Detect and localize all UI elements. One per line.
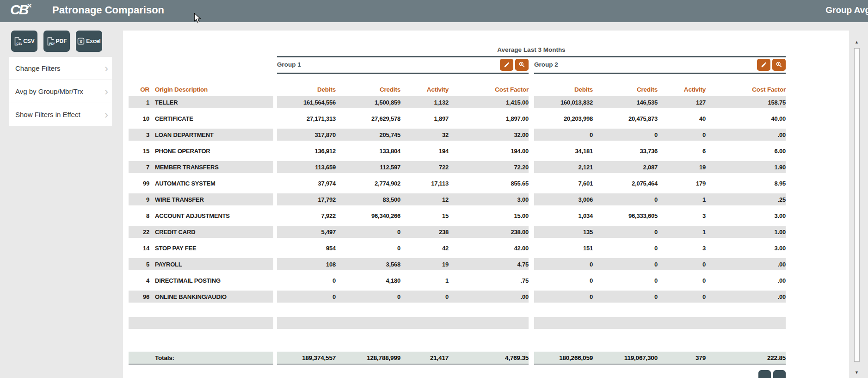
- metric-value: 32.00: [449, 131, 529, 138]
- origin-code: 14: [129, 245, 149, 252]
- metric-value: 1,897.00: [449, 115, 529, 122]
- column-header-cost-factor: Cost Factor: [706, 86, 786, 93]
- metric-value: 0: [336, 245, 400, 252]
- metric-value: .00: [706, 293, 786, 300]
- svg-text:CSV: CSV: [17, 42, 22, 45]
- metric-value: 32: [400, 131, 449, 138]
- zoom-in-icon: [776, 61, 782, 68]
- group1-zoom-button[interactable]: [515, 59, 529, 71]
- metric-value: 96,340,266: [336, 212, 400, 219]
- origin-code: 10: [129, 115, 149, 122]
- table-row: 22CREDIT CARD5,4970238238.00135011.00: [129, 226, 786, 238]
- metric-value: 161,564,556: [277, 99, 336, 106]
- origin-description: ONLINE BANKING/AUDIO: [149, 293, 273, 300]
- table-row: 14STOP PAY FEE95404242.00151033.00: [129, 242, 786, 254]
- metric-value: 1.90: [706, 164, 786, 171]
- origin-code: 5: [129, 261, 149, 268]
- scroll-up-icon[interactable]: ▲: [855, 40, 859, 44]
- metric-value: 2,087: [593, 164, 658, 171]
- metric-value: 151: [534, 245, 593, 252]
- group2-edit-button[interactable]: [757, 59, 770, 71]
- menu-item-label: Avg by Group/Mbr/Trx: [15, 87, 83, 95]
- chevron-right-icon: ›: [105, 87, 108, 96]
- table-rows: 1TELLER161,564,5561,500,8591,1321,415.00…: [129, 96, 786, 303]
- bottom-action-button-1[interactable]: [758, 370, 771, 378]
- metric-value: 0: [658, 277, 706, 284]
- metric-value: 136,912: [277, 148, 336, 155]
- logo-x-mark-icon: ✕: [27, 2, 32, 9]
- metric-value: 5,497: [277, 229, 336, 235]
- origin-description: WIRE TRANSFER: [149, 196, 273, 203]
- group1-edit-button[interactable]: [500, 59, 513, 71]
- metric-value: 0: [593, 229, 658, 235]
- metric-value: 3: [658, 212, 706, 219]
- metric-value: 179: [658, 180, 706, 187]
- export-excel-label: Excel: [86, 38, 100, 44]
- sidebar-item-avg-by-group[interactable]: Avg by Group/Mbr/Trx ›: [9, 80, 112, 103]
- origin-code: 15: [129, 148, 149, 155]
- group2-label: Group 2: [534, 61, 558, 68]
- metric-value: 0: [400, 293, 449, 300]
- metric-value: 0: [534, 131, 593, 138]
- group2-total-activity: 379: [658, 354, 706, 361]
- metric-value: 1,500,859: [336, 99, 400, 106]
- metric-value: .25: [706, 196, 786, 203]
- scrollbar-track[interactable]: [854, 48, 860, 362]
- table-row: 7MEMBER TRANSFERS113,659112,59772272.202…: [129, 161, 786, 173]
- group1-label: Group 1: [277, 61, 301, 68]
- chevron-right-icon: ›: [105, 64, 108, 73]
- origin-description: CREDIT CARD: [149, 229, 273, 235]
- group2-total-cost-factor: 222.85: [706, 354, 786, 361]
- metric-value: 0: [593, 245, 658, 252]
- metric-value: 3.00: [706, 245, 786, 252]
- pencil-icon: [761, 62, 767, 68]
- table-row: 3LOAN DEPARTMENT317,870205,7453232.00000…: [129, 129, 786, 141]
- origin-code: 7: [129, 164, 149, 171]
- metric-value: 3.00: [449, 196, 529, 203]
- export-csv-button[interactable]: CSV CSV: [11, 31, 37, 52]
- totals-row: Totals: 189,374,557 128,788,999 21,417 4…: [129, 352, 786, 365]
- origin-description: DIRECT/MAIL POSTING: [149, 277, 273, 284]
- export-button-row: CSV CSV PDF PDF x Excel: [11, 31, 112, 52]
- mouse-cursor-icon: [193, 13, 202, 23]
- metric-value: 6.00: [706, 148, 786, 155]
- metric-value: 6: [658, 148, 706, 155]
- metric-value: 4,180: [336, 277, 400, 284]
- metric-value: .75: [449, 277, 529, 284]
- export-pdf-label: PDF: [56, 38, 67, 44]
- column-header-activity: Activity: [400, 86, 449, 93]
- metric-value: 317,870: [277, 131, 336, 138]
- metric-value: 17,113: [400, 180, 449, 187]
- origin-description: CERTIFICATE: [149, 115, 273, 122]
- chevron-right-icon: ›: [105, 110, 108, 119]
- sidebar: CSV CSV PDF PDF x Excel Change Filters ›: [9, 31, 112, 126]
- column-header-row: OR Origin Description Debits Credits Act…: [129, 74, 786, 96]
- metric-value: .00: [449, 293, 529, 300]
- totals-label: Totals:: [129, 354, 174, 361]
- metric-value: 1,415.00: [449, 99, 529, 106]
- metric-value: 0: [277, 277, 336, 284]
- column-header-or: OR: [129, 86, 149, 93]
- metric-value: 1,132: [400, 99, 449, 106]
- metric-value: 0: [593, 277, 658, 284]
- svg-text:x: x: [80, 38, 83, 44]
- group2-zoom-button[interactable]: [772, 59, 786, 71]
- table-row: 1TELLER161,564,5561,500,8591,1321,415.00…: [129, 96, 786, 108]
- origin-description: TELLER: [149, 99, 273, 106]
- metric-value: 108: [277, 261, 336, 268]
- pencil-icon: [504, 62, 510, 68]
- metric-value: 112,597: [336, 164, 400, 171]
- metric-value: 2,774,902: [336, 180, 400, 187]
- column-header-cost-factor: Cost Factor: [449, 86, 529, 93]
- origin-code: 96: [129, 293, 149, 300]
- bottom-action-button-2[interactable]: [773, 370, 786, 378]
- origin-description: PAYROLL: [149, 261, 273, 268]
- metric-value: 1,034: [534, 212, 593, 219]
- metric-value: 0: [534, 293, 593, 300]
- export-pdf-button[interactable]: PDF PDF: [43, 31, 70, 52]
- export-excel-button[interactable]: x Excel: [76, 31, 102, 52]
- scroll-down-icon[interactable]: ▼: [855, 370, 859, 375]
- sidebar-item-show-filters[interactable]: Show Filters in Effect ›: [9, 103, 112, 126]
- sidebar-item-change-filters[interactable]: Change Filters ›: [9, 57, 112, 80]
- group1-total-cost-factor: 4,769.35: [449, 354, 529, 361]
